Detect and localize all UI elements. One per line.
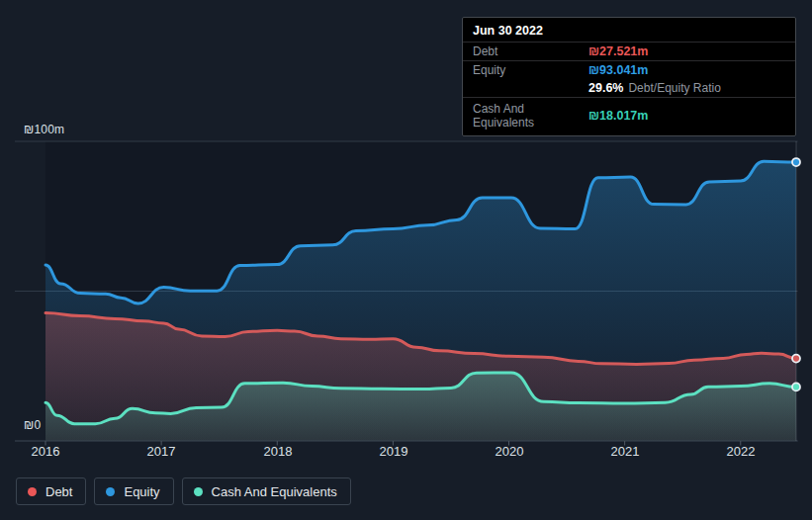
- y-axis-label-100m: ₪100m: [24, 123, 64, 136]
- debt-equity-history-panel: ₪100m ₪0 2016 2017 2018 2019 2020 2021 2…: [0, 0, 812, 520]
- tooltip-ratio-value: 29.6%: [588, 81, 623, 95]
- legend-equity-label: Equity: [124, 484, 159, 499]
- legend-item-cash[interactable]: Cash And Equivalents: [182, 477, 351, 505]
- x-axis-label-2017: 2017: [132, 444, 191, 459]
- x-axis-label-2019: 2019: [364, 444, 423, 459]
- legend-item-debt[interactable]: Debt: [16, 477, 86, 505]
- x-axis-label-2022: 2022: [711, 444, 770, 459]
- legend-cash-label: Cash And Equivalents: [212, 484, 337, 499]
- debt-dot-icon: [28, 487, 37, 496]
- equity-dot-icon: [106, 487, 115, 496]
- x-axis-label-2021: 2021: [595, 444, 655, 459]
- tooltip-date-title: Jun 30 2022: [463, 18, 795, 42]
- equity-endpoint-dot: [792, 158, 800, 166]
- debt-endpoint-dot: [792, 355, 800, 363]
- chart-legend: Debt Equity Cash And Equivalents: [16, 477, 351, 505]
- x-axis-label-2018: 2018: [248, 444, 308, 459]
- legend-item-equity[interactable]: Equity: [94, 477, 173, 505]
- tooltip-cash-row: Cash And Equivalents ₪18.017m: [463, 97, 795, 135]
- tooltip-equity-label: Equity: [473, 63, 588, 77]
- tooltip-debt-row: Debt ₪27.521m: [463, 42, 795, 60]
- tooltip-debt-label: Debt: [473, 44, 588, 58]
- legend-debt-label: Debt: [45, 484, 72, 499]
- tooltip-ratio-row: 29.6%Debt/Equity Ratio: [463, 79, 795, 97]
- tooltip-ratio-label: Debt/Equity Ratio: [628, 81, 720, 95]
- tooltip-equity-row: Equity ₪93.041m: [463, 60, 795, 79]
- tooltip-equity-value: ₪93.041m: [588, 63, 785, 77]
- x-axis-label-2016: 2016: [16, 444, 75, 459]
- cash-and-equivalents-endpoint-dot: [792, 383, 800, 390]
- tooltip-cash-value: ₪18.017m: [588, 109, 785, 123]
- y-axis-label-0: ₪0: [24, 418, 41, 432]
- tooltip-cash-label: Cash And Equivalents: [473, 102, 588, 130]
- cash-dot-icon: [194, 487, 203, 496]
- x-axis-label-2020: 2020: [480, 444, 539, 459]
- tooltip-debt-value: ₪27.521m: [588, 44, 785, 58]
- chart-tooltip: Jun 30 2022 Debt ₪27.521m Equity ₪93.041…: [462, 17, 796, 136]
